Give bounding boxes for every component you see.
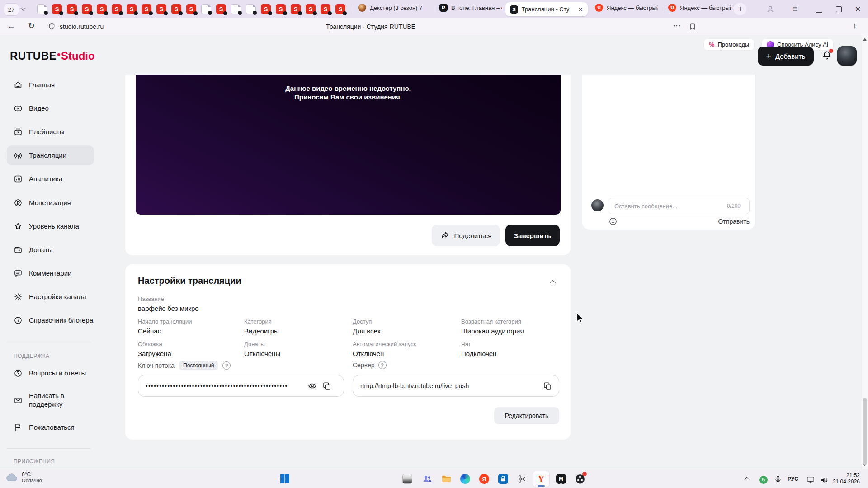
taskbar-weather-widget[interactable]: 0°C Облачно: [5, 471, 42, 483]
tray-language[interactable]: РУС: [788, 476, 798, 482]
copy-server-icon[interactable]: [542, 381, 552, 391]
pinned-tab-document-icon[interactable]: [201, 4, 211, 14]
taskbar-app-edge[interactable]: [459, 473, 471, 485]
site-shield-icon[interactable]: [48, 23, 56, 31]
share-button[interactable]: Поделиться: [432, 225, 500, 246]
pinned-tab-favicon[interactable]: S: [82, 4, 92, 14]
pinned-tab-favicon[interactable]: S: [216, 4, 226, 14]
start-button[interactable]: [279, 473, 291, 485]
tray-network-icon[interactable]: [805, 474, 816, 486]
sidebar-item-playlists[interactable]: Плейлисты: [0, 122, 94, 142]
field-value: Отключён: [353, 350, 384, 357]
sidebar-item-label: Донаты: [29, 246, 53, 254]
pinned-tab-favicon[interactable]: S: [156, 4, 166, 14]
pinned-tab-favicon[interactable]: S: [97, 4, 107, 14]
pinned-tab-favicon[interactable]: S: [112, 4, 122, 14]
tab-rutube-top[interactable]: R В топе: Главная – см: [439, 4, 502, 12]
sidebar-item-broadcasts[interactable]: Трансляции: [7, 145, 94, 165]
pinned-tab-favicon[interactable]: S: [276, 4, 286, 14]
notifications-bell-icon[interactable]: [821, 50, 833, 61]
stream-key-help-icon[interactable]: ?: [222, 361, 231, 370]
edit-button[interactable]: Редактировать: [494, 407, 559, 424]
taskbar-app-teams[interactable]: [421, 473, 433, 485]
pinned-tab-favicon[interactable]: S: [335, 4, 345, 14]
sidebar-item-donations[interactable]: Донаты: [0, 240, 94, 260]
download-icon[interactable]: ↓: [853, 22, 857, 30]
pinned-tab-favicon[interactable]: S: [261, 4, 271, 14]
profile-icon[interactable]: [766, 5, 775, 14]
field-label: Категория: [244, 318, 272, 325]
pinned-tab-favicon[interactable]: S: [321, 4, 330, 14]
pinned-tab-favicon[interactable]: S: [52, 4, 62, 14]
taskbar-app-explorer[interactable]: [440, 473, 452, 485]
pinned-tab-document-icon[interactable]: [37, 4, 47, 14]
pinned-tab-favicon[interactable]: S: [67, 4, 77, 14]
more-actions-icon[interactable]: ⋯: [673, 22, 681, 30]
field-value: Подключён: [461, 350, 496, 357]
sidebar-item-analytics[interactable]: Аналитика: [0, 169, 94, 189]
taskbar-app-obs[interactable]: [574, 473, 586, 485]
server-help-icon[interactable]: ?: [378, 361, 387, 369]
sidebar-item-faq[interactable]: Вопросы и ответы: [0, 363, 94, 383]
pinned-tab-document-icon[interactable]: [246, 4, 256, 14]
tab-yandex-2[interactable]: Я Яндекс — быстрый: [668, 4, 731, 12]
share-button-label: Поделиться: [454, 232, 492, 239]
tab-dexter[interactable]: Декстер (3 сезон) 7: [358, 4, 431, 12]
scrollbar-thumb[interactable]: [863, 398, 867, 465]
copy-key-icon[interactable]: [322, 381, 332, 391]
add-button[interactable]: + Добавить: [758, 47, 814, 66]
pinned-tab-favicon[interactable]: S: [127, 4, 137, 14]
sidebar-item-write-support[interactable]: Написать в поддержку: [0, 388, 94, 413]
tray-clock[interactable]: 21:52 21.04.2026: [832, 472, 860, 485]
pinned-tab-favicon[interactable]: S: [291, 4, 301, 14]
taskbar-app-snipping[interactable]: [516, 473, 528, 485]
tray-antivirus-icon[interactable]: ↻: [758, 474, 769, 486]
back-icon[interactable]: ←: [7, 22, 15, 30]
taskbar-app-notes[interactable]: [401, 473, 413, 485]
tray-volume-icon[interactable]: [818, 474, 830, 486]
sidebar-item-video[interactable]: Видео: [0, 99, 94, 118]
sidebar-item-blogger-guide[interactable]: Справочник блогера: [0, 310, 94, 330]
taskbar-app-yandex-browser[interactable]: Y: [533, 471, 550, 487]
server-field[interactable]: rtmp://rtmp-lb-b.ntv.rutube.ru/live_push: [353, 375, 559, 397]
chat-send-button[interactable]: Отправить: [691, 218, 750, 225]
sidebar-item-channel-level[interactable]: Уровень канала: [0, 216, 94, 236]
show-key-eye-icon[interactable]: [307, 381, 317, 391]
sidebar-item-monetization[interactable]: Монетизация: [0, 193, 94, 213]
user-avatar[interactable]: [837, 46, 857, 66]
promo-button[interactable]: % Промокоды: [703, 38, 755, 51]
rutube-studio-logo[interactable]: RUTUBE Studio: [10, 50, 95, 62]
stream-key-field[interactable]: ••••••••••••••••••••••••••••••••••••••••…: [138, 375, 344, 397]
taskbar-app-yandex-search[interactable]: Я: [478, 473, 490, 485]
scroll-up-icon[interactable]: [863, 38, 867, 41]
tab-counter[interactable]: 27: [4, 3, 19, 16]
tray-expand-chevron-icon[interactable]: [744, 477, 749, 482]
taskbar-app-medal[interactable]: M: [555, 473, 567, 485]
tab-counter-chevron-icon[interactable]: [20, 5, 25, 10]
pinned-tab-document-icon[interactable]: [231, 4, 241, 14]
sidebar-item-channel-settings[interactable]: Настройки канала: [0, 287, 94, 307]
pinned-tab-favicon[interactable]: S: [186, 4, 196, 14]
finish-button[interactable]: Завершить: [505, 225, 560, 246]
reload-icon[interactable]: ↻: [28, 22, 35, 30]
taskbar-app-store[interactable]: [497, 473, 509, 485]
video-player[interactable]: Данное видео временно недоступно. Принос…: [136, 75, 561, 215]
sidebar-item-comments[interactable]: Комментарии: [0, 263, 94, 283]
tab-yandex-1[interactable]: Я Яндекс — быстрый: [595, 4, 658, 12]
minimize-button[interactable]: [816, 12, 822, 13]
url-text[interactable]: studio.rutube.ru: [60, 23, 104, 30]
pinned-tab-favicon[interactable]: S: [171, 4, 181, 14]
pinned-tab-favicon[interactable]: S: [142, 4, 151, 14]
restore-button[interactable]: [836, 6, 842, 12]
new-tab-button[interactable]: +: [734, 3, 746, 15]
bookmark-icon[interactable]: [689, 23, 696, 31]
emoji-icon[interactable]: [609, 217, 618, 226]
sidebar-item-complain[interactable]: Пожаловаться: [0, 418, 94, 437]
tab-close-icon[interactable]: ✕: [578, 6, 583, 13]
close-button[interactable]: ✕: [855, 5, 861, 14]
pinned-tab-favicon[interactable]: S: [306, 4, 316, 14]
browser-menu-icon[interactable]: ≡: [793, 4, 798, 14]
tab-translyacii-active[interactable]: S Трансляции - Сту ✕: [505, 2, 588, 16]
tray-microphone-icon[interactable]: [772, 474, 784, 486]
sidebar-item-home[interactable]: Главная: [0, 75, 94, 95]
